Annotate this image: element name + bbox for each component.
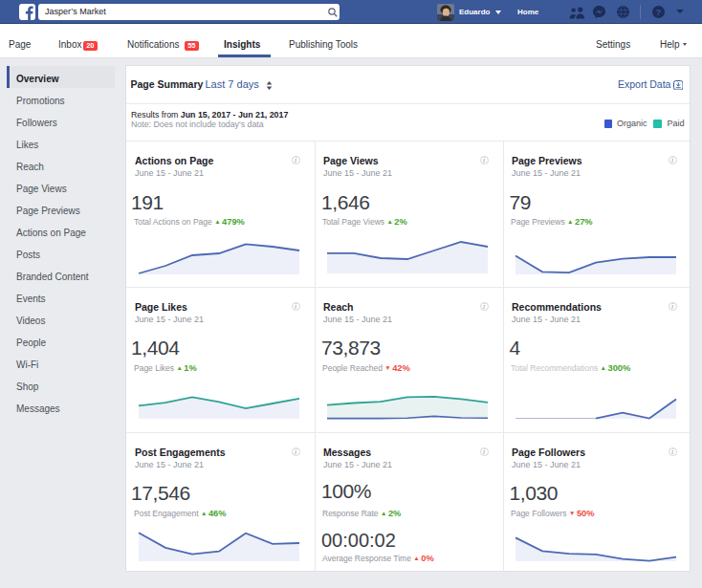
svg-text:?: ? [656, 7, 662, 17]
